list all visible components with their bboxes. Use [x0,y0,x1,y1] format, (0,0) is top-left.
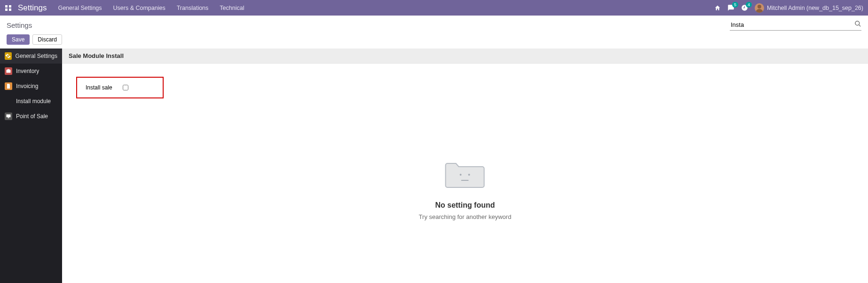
sidebar-item-label: Invoicing [16,83,38,89]
nav-general-settings[interactable]: General Settings [58,5,102,11]
action-row: Save Discard [0,32,868,49]
topbar: Settings General Settings Users & Compan… [0,0,868,16]
install-sale-field: Install sale [76,77,164,98]
nav-translations[interactable]: Translations [177,5,209,11]
sidebar-item-invoicing[interactable]: Invoicing [0,79,62,94]
user-menu[interactable]: Mitchell Admin (new_db_15_sep_26) [755,3,863,13]
sidebar-item-general-settings[interactable]: General Settings [0,49,62,64]
empty-subtitle: Try searching for another keyword [419,213,512,220]
search-wrap [730,19,861,31]
sidebar-item-label: Point of Sale [16,113,48,120]
home-icon[interactable] [714,5,721,11]
discard-button[interactable]: Discard [32,34,62,45]
svg-rect-3 [9,8,11,11]
invoicing-icon [5,82,12,90]
empty-title: No setting found [419,201,512,210]
svg-rect-1 [9,5,11,8]
activity-icon[interactable]: 4 [741,4,748,11]
field-label: Install sale [86,84,112,91]
sidebar-item-label: General Settings [16,53,57,59]
control-panel: Settings [0,16,868,32]
search-button[interactable] [854,20,861,29]
section-header: Sale Module Install [62,49,868,64]
messages-badge: 5 [732,2,738,8]
svg-line-6 [859,24,860,26]
svg-rect-0 [5,5,8,8]
sidebar-item-install-module[interactable]: Install module [0,94,62,109]
breadcrumb: Settings [7,21,32,29]
svg-point-10 [468,174,470,176]
gear-icon [5,52,12,60]
svg-point-4 [758,5,761,8]
svg-rect-8 [8,118,9,119]
messages-icon[interactable]: 5 [727,4,734,11]
nav-users-companies[interactable]: Users & Companies [113,5,166,11]
sidebar-item-point-of-sale[interactable]: Point of Sale [0,109,62,124]
svg-rect-7 [7,114,11,117]
search-input[interactable] [730,19,861,31]
sidebar-item-label: Install module [16,98,51,105]
apps-icon[interactable] [5,4,12,12]
main: General Settings Inventory Invoicing Ins… [0,49,868,283]
user-label: Mitchell Admin (new_db_15_sep_26) [767,5,863,11]
nav-technical[interactable]: Technical [220,5,244,11]
systray: 5 4 Mitchell Admin (new_db_15_sep_26) [714,3,863,13]
inventory-icon [5,67,12,75]
activity-badge: 4 [746,2,752,8]
brand-title[interactable]: Settings [18,3,47,13]
sidebar-item-inventory[interactable]: Inventory [0,64,62,79]
sidebar-item-label: Inventory [16,68,39,74]
empty-state: No setting found Try searching for anoth… [419,157,512,220]
svg-rect-2 [5,8,8,11]
settings-content: Sale Module Install Install sale No sett… [62,49,868,283]
pos-icon [5,113,12,120]
save-button[interactable]: Save [7,34,30,45]
empty-folder-icon [444,157,486,192]
install-sale-checkbox[interactable] [123,85,128,90]
avatar [755,3,764,13]
svg-point-9 [460,174,462,176]
settings-sidebar: General Settings Inventory Invoicing Ins… [0,49,62,283]
svg-point-5 [855,21,860,25]
